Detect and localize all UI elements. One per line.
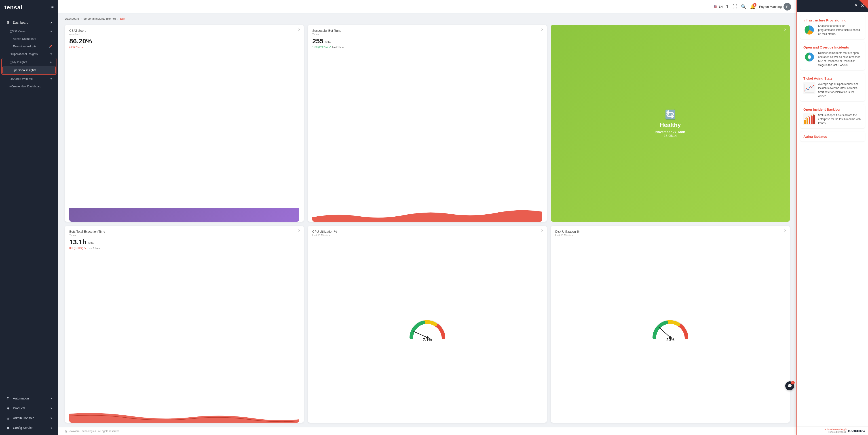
widget-orch-close[interactable]: ✕ <box>784 28 787 32</box>
main-content: Dashboard / personal insights (Home) / E… <box>58 13 797 435</box>
360views-icon: ◫ <box>9 30 12 33</box>
panel-aging-updates-title: Aging Updates <box>803 134 862 138</box>
sidebar-item-my-insights[interactable]: ◱ My Insights ∧ <box>2 58 57 66</box>
sidebar-item-admin-console-label: Admin Console <box>13 416 34 420</box>
breadcrumb-middle[interactable]: personal insights (Home) <box>83 17 116 20</box>
widget-botrun-title: Successful Bot Runs <box>312 29 542 32</box>
panel-backlog-desc: Status of open tickets across the enterp… <box>818 113 862 125</box>
sidebar-item-admin-console[interactable]: ◎ Admin Console ∨ <box>1 413 57 423</box>
operational-chevron-icon: ∨ <box>50 52 52 56</box>
sidebar-footer-nav: ⚙ Automation ∨ ◈ Products ∨ ◎ Admin Cons… <box>0 390 58 435</box>
sidebar-item-360views-label: 360 Views <box>12 30 26 33</box>
create-icon: + <box>9 85 11 88</box>
sidebar-item-shared-with-me[interactable]: ⊡ Shared With Me ∨ <box>1 75 57 83</box>
sidebar-subnav-360: ◫ 360 Views ∧ Admin Dashboard Executive … <box>0 28 58 50</box>
panel-item-ticket-aging[interactable]: Ticket Aging Stats <box>800 73 865 101</box>
config-icon: ◉ <box>6 426 10 430</box>
svg-rect-19 <box>804 120 806 124</box>
sidebar-item-admin-dashboard-label: Admin Dashboard <box>13 37 36 40</box>
widget-cpu-close[interactable]: ✕ <box>541 228 544 233</box>
flag-icon: 🇺🇸 <box>714 5 717 8</box>
svg-point-13 <box>806 88 807 89</box>
sidebar-item-360views[interactable]: ◫ 360 Views ∧ <box>1 28 57 35</box>
my-insights-group: ◱ My Insights ∧ personal insights <box>1 58 57 75</box>
language-label: EN <box>719 5 723 8</box>
gauge-cpu-container: 7.1% <box>312 238 542 423</box>
cpu-gauge-svg: 7.1% <box>407 317 447 342</box>
user-menu[interactable]: Peyton Manning P <box>759 3 791 10</box>
widget-botrun-close[interactable]: ✕ <box>541 28 544 32</box>
sidebar-item-personal-insights[interactable]: personal insights <box>2 66 56 74</box>
operational-icon: ⊟ <box>9 52 12 56</box>
sidebar-item-executive-insights-label: Executive Insights <box>13 45 36 48</box>
infrastructure-pie-chart <box>803 24 815 36</box>
widget-botsexec-title: Bots Total Execution Time <box>69 230 299 234</box>
sidebar-item-executive-insights[interactable]: Executive Insights 📌 <box>1 43 57 50</box>
widget-disk: ✕ Disk Utilization % Last 15 Minutes <box>551 226 790 423</box>
widget-botrun-change: 1.00 (2.90%) ↗ Last 1 hour <box>312 45 542 49</box>
widget-csat-title: CSAT Score <box>69 29 299 32</box>
panel-item-overdue-incidents[interactable]: Open and Overdue Incidents Number of Inc… <box>800 42 865 70</box>
gauge-disk-container: 20% <box>555 238 785 423</box>
panel-overdue-icon <box>803 51 815 63</box>
hamburger-button[interactable]: ≡ <box>51 5 54 10</box>
panel-overdue-title: Open and Overdue Incidents <box>803 45 862 49</box>
panel-ticket-aging-body: Average age of Open request and incident… <box>803 82 862 98</box>
widget-orchestrator: ✕ 🔄 Healthy November 27, Mon 13:05:14 <box>551 25 790 222</box>
sidebar-item-operational-label: Operational Insights <box>12 52 38 56</box>
breadcrumb-sep1: / <box>81 17 82 20</box>
widget-csat-close[interactable]: ✕ <box>298 28 301 32</box>
shared-chevron-icon: ∨ <box>50 77 52 81</box>
main-area: 🇺🇸 EN 𝐓 ⛶ 🔍 🔔 1 Peyton Manning P Dashboa… <box>58 0 797 435</box>
widget-disk-close[interactable]: ✕ <box>784 228 787 233</box>
panel-item-infrastructure[interactable]: Infrastructure Provisioning Snapshot of … <box>800 15 865 39</box>
orch-time: 13:05:14 <box>664 134 677 137</box>
sidebar-item-operational-insights[interactable]: ⊟ Operational Insights ∨ <box>1 50 57 58</box>
admin-console-icon: ◎ <box>6 416 10 420</box>
panel-backlog-title: Open Incident Backlog <box>803 107 862 111</box>
widget-bots-exec: ✕ Bots Total Execution Time Today 13.1h … <box>65 226 304 423</box>
svg-rect-23 <box>813 115 815 124</box>
dashboard-chevron-icon: ∧ <box>50 21 52 24</box>
red-corner-accent <box>859 0 868 9</box>
panel-infrastructure-body: Snapshot of orders for programmable infr… <box>803 24 862 36</box>
sidebar-item-products-label: Products <box>13 406 25 410</box>
chat-button[interactable]: 💬 4 <box>785 381 794 390</box>
breadcrumb-root[interactable]: Dashboard <box>65 17 79 20</box>
widget-bot-runs: ✕ Successful Bot Runs Today 255 Total 1.… <box>308 25 547 222</box>
chat-badge-count: 4 <box>791 381 795 384</box>
panel-infrastructure-desc: Snapshot of orders for programmable infr… <box>818 24 862 36</box>
breadcrumb: Dashboard / personal insights (Home) / E… <box>58 13 797 23</box>
fullscreen-icon[interactable]: ⛶ <box>733 4 737 9</box>
sidebar-item-config-service[interactable]: ◉ Config Service ∨ <box>1 423 57 433</box>
botrun-up-arrow-icon: ↗ <box>329 45 331 49</box>
filter-icon[interactable]: ⊻ <box>855 3 858 8</box>
csat-change-value: (-2.60%) <box>69 45 80 49</box>
disk-gauge-svg: 20% <box>650 317 690 342</box>
notification-badge: 1 <box>753 3 756 7</box>
svg-point-17 <box>813 85 814 86</box>
text-size-icon[interactable]: 𝐓 <box>726 4 729 9</box>
sidebar-item-dashboard[interactable]: ⊞ Dashboard ∧ <box>1 18 57 27</box>
botrun-change-detail: Last 1 hour <box>332 46 344 49</box>
sidebar-item-products[interactable]: ◈ Products ∨ <box>1 403 57 413</box>
sidebar-item-dashboard-label: Dashboard <box>13 21 28 24</box>
panel-item-incident-backlog[interactable]: Open Incident Backlog Status of open tic… <box>800 104 865 128</box>
ticket-aging-line-chart <box>803 82 815 94</box>
products-chevron-icon: ∨ <box>50 407 52 410</box>
sidebar-item-admin-dashboard[interactable]: Admin Dashboard <box>1 35 57 42</box>
orch-status: Healthy <box>660 122 681 128</box>
notifications-bell[interactable]: 🔔 1 <box>750 4 755 9</box>
language-selector[interactable]: 🇺🇸 EN <box>714 5 723 8</box>
karering-brand: KARERING <box>848 429 865 433</box>
sidebar-item-automation[interactable]: ⚙ Automation ∨ <box>1 394 57 403</box>
pin-icon: 📌 <box>49 45 52 48</box>
sidebar-item-config-label: Config Service <box>13 426 33 430</box>
search-icon[interactable]: 🔍 <box>741 4 746 9</box>
breadcrumb-sep2: / <box>118 17 119 20</box>
chat-icon: 💬 <box>787 384 792 388</box>
widget-botsexec-close[interactable]: ✕ <box>298 228 301 233</box>
svg-rect-20 <box>807 118 808 124</box>
sidebar-item-create-dashboard[interactable]: + Create New Dashboard <box>1 83 57 90</box>
panel-item-aging-updates[interactable]: Aging Updates <box>800 131 865 142</box>
